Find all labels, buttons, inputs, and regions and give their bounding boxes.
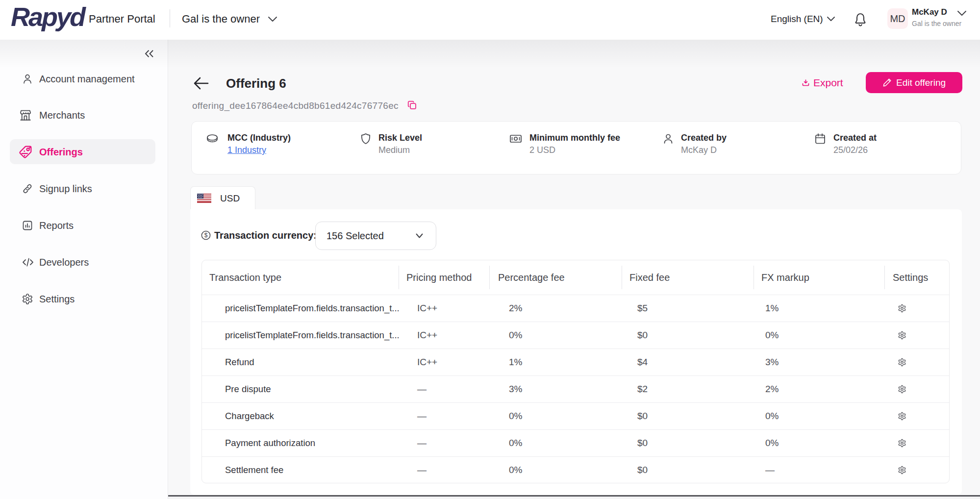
svg-text:$: $: [204, 232, 208, 239]
